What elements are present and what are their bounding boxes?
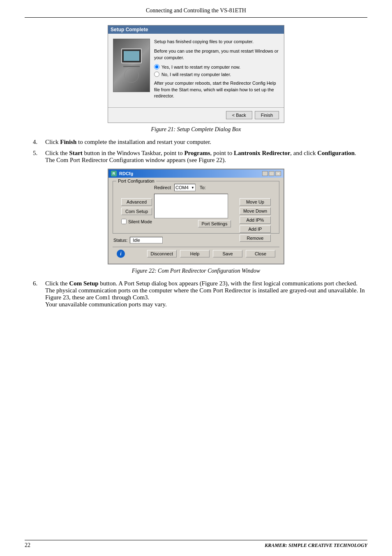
radio-restart-yes[interactable]: [154, 64, 159, 70]
dialog-21-titlebar: Setup Complete: [108, 25, 284, 34]
step-5-bold-start: Start: [69, 150, 83, 156]
dialog-21-text2: Before you can use the program, you must…: [154, 48, 279, 61]
figure-22-window: R RDCfg _ □ × Port Configuration Advance…: [108, 169, 284, 264]
com-select[interactable]: COM4 ▼: [174, 184, 196, 191]
port-list: [154, 194, 228, 218]
step-5-num: 5.: [33, 150, 41, 164]
com-setup-button[interactable]: Com Setup: [121, 208, 152, 215]
silent-mode-checkbox[interactable]: [121, 219, 127, 224]
step-6: 6. Click the Com Setup button. A Port Se…: [25, 280, 367, 308]
back-button[interactable]: < Back: [226, 111, 252, 119]
step-4-num: 4.: [33, 139, 41, 146]
rdcfg-title-buttons: _ □ ×: [262, 171, 281, 176]
figure-21-dialog: Setup Complete Setup has finished copyin…: [108, 25, 284, 123]
step-6-num: 6.: [33, 280, 41, 308]
rdcfg-body: Port Configuration Advanced Com Setup Si…: [108, 178, 284, 264]
rdcfg-title-left: R RDCfg: [111, 171, 133, 176]
monitor-screen: [124, 51, 139, 61]
disconnect-button[interactable]: Disconnect: [147, 250, 177, 257]
rdcfg-footer: i Disconnect Help Save Close: [113, 247, 279, 260]
step-5-bold-programs: Programs: [184, 150, 210, 156]
dialog-21-image-inner: [113, 39, 150, 92]
radio-row-2[interactable]: No, I will restart my computer later.: [154, 72, 279, 77]
finish-button[interactable]: Finish: [255, 111, 279, 119]
remove-button[interactable]: Remove: [240, 234, 271, 242]
figure-22-caption: Figure 22: Com Port Redirector Configura…: [25, 268, 367, 274]
save-button[interactable]: Save: [213, 250, 242, 257]
step-4-bold1: Finish: [60, 139, 76, 145]
dialog-21-content: Setup has finished copying files to your…: [154, 39, 279, 102]
radio-restart-no[interactable]: [154, 72, 159, 77]
step-5: 5. Click the Start button in the Windows…: [25, 150, 367, 164]
monitor-stand: [123, 66, 140, 67]
step-4: 4. Click Finish to complete the installa…: [25, 139, 367, 146]
figure-21-caption: Figure 21: Setup Complete Dialog Box: [25, 126, 367, 133]
add-ip-button[interactable]: Add IP: [240, 225, 271, 233]
right-buttons: Move Up Move Down Add IP% Add IP Remove: [240, 198, 271, 242]
page-number: 22: [25, 542, 30, 549]
dialog-21-text1: Setup has finished copying files to your…: [154, 39, 279, 45]
left-buttons: Advanced Com Setup Silent Mode: [121, 198, 152, 224]
maximize-button[interactable]: □: [269, 171, 274, 176]
step-6-content: Click the Com Setup button. A Port Setup…: [45, 280, 367, 308]
help-button[interactable]: Help: [180, 250, 210, 257]
step-5-content: Click the Start button in the Windows Ta…: [45, 150, 367, 164]
dialog-21-footer: < Back Finish: [108, 107, 284, 123]
monitor-icon: [121, 49, 142, 63]
step-4-content: Click Finish to complete the installatio…: [45, 139, 367, 146]
to-label: To:: [200, 185, 206, 190]
close-app-button[interactable]: Close: [246, 250, 275, 257]
close-button[interactable]: ×: [275, 171, 281, 176]
cd-icon: [124, 68, 139, 83]
rdcfg-titlebar: R RDCfg _ □ ×: [108, 169, 284, 178]
dialog-21-image: [113, 39, 150, 92]
page-header: Connecting and Controlling the VS-81ETH: [25, 0, 367, 18]
step-5-bold-lantronix: Lantronix Redirector: [234, 150, 290, 156]
step-6-bold-comsetup: Com Setup: [69, 280, 98, 287]
status-value: Idle: [130, 237, 163, 243]
rdcfg-icon: R: [111, 171, 117, 176]
company-name: KRAMER: SIMPLE CREATIVE TECHNOLOGY: [265, 542, 367, 549]
port-config-group: Port Configuration Advanced Com Setup Si…: [113, 181, 279, 234]
radio-row-1[interactable]: Yes, I want to restart my computer now.: [154, 64, 279, 70]
port-settings-button[interactable]: Port Settings: [198, 220, 231, 227]
footer-buttons: Disconnect Help Save Close: [147, 250, 275, 257]
step-5-bold-configuration: Configuration: [317, 150, 355, 156]
add-ipc-button[interactable]: Add IP%: [240, 216, 271, 224]
dialog-21-body: Setup has finished copying files to your…: [108, 34, 284, 107]
silent-mode-row: Silent Mode: [121, 219, 152, 224]
header-title: Connecting and Controlling the VS-81ETH: [146, 7, 246, 14]
status-label: Status:: [113, 238, 127, 243]
redirect-label: Redirect: [154, 185, 171, 190]
port-config-inner: Advanced Com Setup Silent Mode Redirect …: [117, 184, 275, 229]
move-down-button[interactable]: Move Down: [240, 207, 271, 215]
dialog-21-text3: After your computer reboots, start the R…: [154, 80, 279, 99]
port-config-legend: Port Configuration: [116, 178, 156, 183]
move-up-button[interactable]: Move Up: [240, 198, 271, 206]
info-icon: i: [117, 250, 125, 258]
page-footer: 22 KRAMER: SIMPLE CREATIVE TECHNOLOGY: [25, 540, 367, 549]
redirect-row: Redirect COM4 ▼ To:: [154, 184, 275, 191]
com-select-arrow: ▼: [191, 186, 194, 190]
advanced-button[interactable]: Advanced: [121, 198, 152, 206]
minimize-button[interactable]: _: [262, 171, 268, 176]
